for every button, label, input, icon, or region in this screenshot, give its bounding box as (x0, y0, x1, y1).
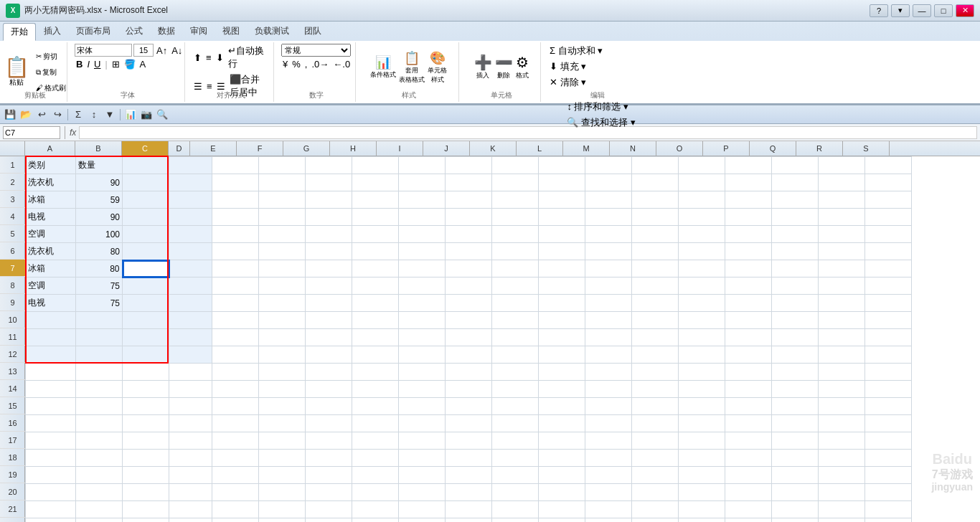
align-left-button[interactable]: ☰ (192, 80, 204, 92)
cell-n3[interactable] (632, 191, 679, 209)
cell-k9[interactable] (492, 295, 539, 312)
name-box[interactable] (3, 126, 60, 139)
sum-toolbar-button[interactable]: Σ (71, 108, 85, 122)
cell-g11[interactable] (306, 329, 352, 346)
cell-l4[interactable] (539, 209, 585, 226)
fill-color-button[interactable]: 🪣 (123, 58, 137, 70)
cell-j1[interactable] (446, 157, 492, 174)
delete-button[interactable]: ➖ 删除 (495, 54, 513, 80)
cell-j8[interactable] (446, 277, 492, 295)
cell-q10[interactable] (772, 312, 819, 329)
tab-view[interactable]: 视图 (215, 23, 247, 41)
cell-j9[interactable] (446, 295, 492, 312)
cell-a4[interactable]: 电视 (26, 209, 76, 226)
cell-h1[interactable] (352, 157, 399, 174)
row-header-13[interactable]: 13 (0, 363, 25, 380)
cell-f2[interactable] (259, 174, 306, 191)
cell-e10[interactable] (212, 312, 259, 329)
conditional-format-button[interactable]: 📊 条件格式 (370, 54, 396, 80)
cell-d7[interactable] (169, 260, 212, 277)
cell-c5[interactable] (123, 226, 169, 243)
row-header-22[interactable]: 22 (0, 518, 25, 522)
undo-button[interactable]: ↩ (34, 108, 49, 122)
align-center-button[interactable]: ≡ (205, 80, 214, 92)
cell-g4[interactable] (306, 209, 352, 226)
cell-n8[interactable] (632, 277, 679, 295)
cell-l7[interactable] (539, 260, 585, 277)
cell-l8[interactable] (539, 277, 585, 295)
cell-d9[interactable] (169, 295, 212, 312)
cell-g3[interactable] (306, 191, 352, 209)
cell-d2[interactable] (169, 174, 212, 191)
cell-d6[interactable] (169, 243, 212, 260)
cell-k2[interactable] (492, 174, 539, 191)
cell-l2[interactable] (539, 174, 585, 191)
formula-input[interactable] (79, 126, 977, 139)
cell-o7[interactable] (679, 260, 725, 277)
col-header-n[interactable]: N (610, 141, 656, 156)
cell-g12[interactable] (306, 346, 352, 364)
cell-j6[interactable] (446, 243, 492, 260)
cell-r7[interactable] (819, 260, 865, 277)
percent-button[interactable]: % (291, 58, 302, 70)
italic-button[interactable]: I (85, 58, 91, 70)
cell-q6[interactable] (772, 243, 819, 260)
cell-q9[interactable] (772, 295, 819, 312)
cell-o4[interactable] (679, 209, 725, 226)
cell-j11[interactable] (446, 329, 492, 346)
cell-k8[interactable] (492, 277, 539, 295)
cell-i11[interactable] (399, 329, 446, 346)
cell-s3[interactable] (865, 191, 912, 209)
cell-o3[interactable] (679, 191, 725, 209)
cell-o11[interactable] (679, 329, 725, 346)
cell-s8[interactable] (865, 277, 912, 295)
tab-review[interactable]: 审阅 (183, 23, 215, 41)
cell-f1[interactable] (259, 157, 306, 174)
copy-button[interactable]: ⧉ 复制 (34, 65, 69, 80)
cell-q3[interactable] (772, 191, 819, 209)
row-header-2[interactable]: 2 (0, 174, 25, 191)
cell-c10[interactable] (123, 312, 169, 329)
font-color-button[interactable]: A (138, 58, 148, 70)
cell-m1[interactable] (585, 157, 632, 174)
cell-p12[interactable] (725, 346, 772, 364)
align-top-button[interactable]: ⬆ (192, 52, 203, 64)
cell-f6[interactable] (259, 243, 306, 260)
col-header-m[interactable]: M (563, 141, 610, 156)
cell-s12[interactable] (865, 346, 912, 364)
sort-toolbar-button[interactable]: ↕ (87, 108, 101, 122)
cell-a12[interactable] (26, 346, 76, 364)
cell-o10[interactable] (679, 312, 725, 329)
cell-g6[interactable] (306, 243, 352, 260)
redo-button[interactable]: ↪ (50, 108, 65, 122)
cell-k5[interactable] (492, 226, 539, 243)
underline-button[interactable]: U (93, 58, 102, 70)
row-header-18[interactable]: 18 (0, 449, 25, 466)
tab-page-layout[interactable]: 页面布局 (69, 23, 118, 41)
cell-g2[interactable] (306, 174, 352, 191)
row-header-15[interactable]: 15 (0, 397, 25, 414)
cell-l5[interactable] (539, 226, 585, 243)
cell-j5[interactable] (446, 226, 492, 243)
cell-i2[interactable] (399, 174, 446, 191)
cell-a11[interactable] (26, 329, 76, 346)
cell-s4[interactable] (865, 209, 912, 226)
cell-m8[interactable] (585, 277, 632, 295)
cell-c3[interactable] (123, 191, 169, 209)
col-header-f[interactable]: F (237, 141, 283, 156)
cell-e6[interactable] (212, 243, 259, 260)
cell-p7[interactable] (725, 260, 772, 277)
row-header-12[interactable]: 12 (0, 346, 25, 363)
cell-p4[interactable] (725, 209, 772, 226)
font-size-input[interactable] (133, 44, 154, 57)
cell-p11[interactable] (725, 329, 772, 346)
cell-i6[interactable] (399, 243, 446, 260)
cell-f4[interactable] (259, 209, 306, 226)
cell-a5[interactable]: 空调 (26, 226, 76, 243)
align-bottom-button[interactable]: ⬇ (215, 52, 225, 64)
cell-f5[interactable] (259, 226, 306, 243)
cell-b2[interactable]: 90 (76, 174, 123, 191)
cell-s10[interactable] (865, 312, 912, 329)
tab-home[interactable]: 开始 (3, 23, 36, 41)
cell-a3[interactable]: 冰箱 (26, 191, 76, 209)
